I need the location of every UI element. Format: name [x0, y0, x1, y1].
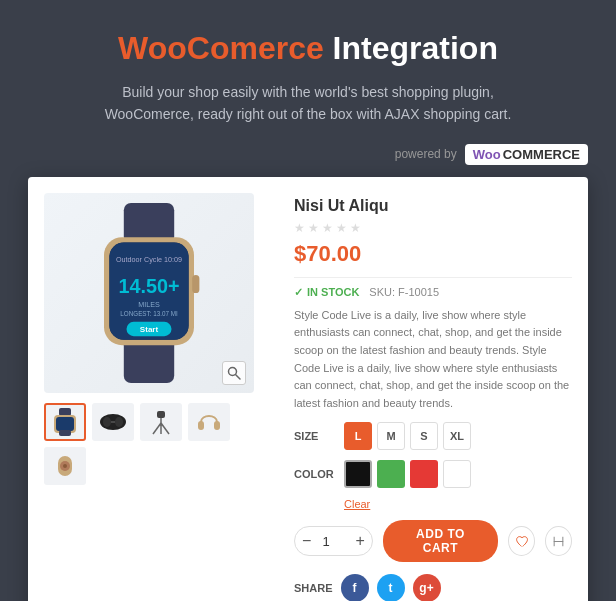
page-subtitle: Build your shop easily with the world's …	[98, 81, 518, 126]
compare-button[interactable]	[545, 526, 572, 556]
twitter-share-button[interactable]: t	[377, 574, 405, 601]
color-row: COLOR	[294, 460, 572, 488]
check-icon: ✓	[294, 286, 303, 299]
star-rating: ★ ★ ★ ★ ★	[294, 221, 572, 233]
quantity-control: − +	[294, 526, 373, 556]
badge-woo-text: Woo	[473, 147, 501, 162]
thumbnail-2[interactable]	[92, 403, 134, 441]
qty-cart-row: − + Add To Cart	[294, 520, 572, 562]
title-woo: WooComerce	[118, 30, 324, 66]
svg-rect-16	[56, 417, 74, 431]
svg-rect-27	[198, 421, 204, 430]
sku-label: SKU:	[369, 286, 395, 298]
product-name: Nisi Ut Aliqu	[294, 197, 572, 215]
color-label: COLOR	[294, 468, 332, 480]
divider-1	[294, 277, 572, 278]
thumbnail-5[interactable]	[44, 447, 86, 485]
svg-rect-22	[157, 411, 165, 418]
add-to-cart-button[interactable]: Add To Cart	[383, 520, 498, 562]
qty-minus-button[interactable]: −	[295, 527, 319, 555]
svg-rect-11	[192, 275, 199, 293]
size-label: SIZE	[294, 430, 332, 442]
size-S[interactable]: S	[410, 422, 438, 450]
powered-by-section: powered by WooCOMMERCE	[28, 144, 588, 165]
main-product-image: Outdoor Cycle 10:09 14.50+ MILES LONGEST…	[44, 193, 254, 393]
thumbnail-strip	[44, 403, 274, 485]
product-price: $70.00	[294, 241, 572, 267]
page-title: WooComerce Integration	[118, 30, 498, 67]
size-row: SIZE L M S XL	[294, 422, 572, 450]
product-card: Outdoor Cycle 10:09 14.50+ MILES LONGEST…	[28, 177, 588, 601]
product-image-section: Outdoor Cycle 10:09 14.50+ MILES LONGEST…	[44, 193, 274, 601]
color-white[interactable]	[443, 460, 471, 488]
title-rest: Integration	[333, 30, 498, 66]
powered-by-label: powered by	[395, 147, 457, 161]
svg-line-13	[236, 374, 241, 379]
product-details: Nisi Ut Aliqu ★ ★ ★ ★ ★ $70.00 ✓ IN STOC…	[294, 193, 572, 601]
star-5: ★	[350, 221, 362, 233]
woo-commerce-badge: WooCOMMERCE	[465, 144, 588, 165]
qty-plus-button[interactable]: +	[349, 527, 373, 555]
size-M[interactable]: M	[377, 422, 405, 450]
product-description: Style Code Live is a daily, live show wh…	[294, 307, 572, 413]
svg-rect-28	[214, 421, 220, 430]
wishlist-button[interactable]	[508, 526, 535, 556]
stock-status: ✓ IN STOCK	[294, 286, 359, 299]
star-3: ★	[322, 221, 334, 233]
star-2: ★	[308, 221, 320, 233]
clear-color-link[interactable]: Clear	[344, 498, 572, 510]
zoom-icon[interactable]	[222, 361, 246, 385]
svg-line-25	[161, 423, 169, 434]
color-options	[344, 460, 471, 488]
thumbnail-1[interactable]	[44, 403, 86, 441]
svg-point-20	[115, 417, 123, 427]
svg-text:Outdoor Cycle 10:09: Outdoor Cycle 10:09	[116, 254, 182, 263]
size-options: L M S XL	[344, 422, 471, 450]
watch-svg: Outdoor Cycle 10:09 14.50+ MILES LONGEST…	[69, 203, 229, 383]
share-label: SHARE	[294, 582, 333, 594]
thumbnail-3[interactable]	[140, 403, 182, 441]
size-XL[interactable]: XL	[443, 422, 471, 450]
stock-sku-row: ✓ IN STOCK SKU: F-10015	[294, 286, 572, 299]
product-main-section: Outdoor Cycle 10:09 14.50+ MILES LONGEST…	[28, 177, 588, 601]
svg-text:14.50+: 14.50+	[118, 275, 179, 297]
stock-text: IN STOCK	[307, 286, 359, 298]
thumbnail-4[interactable]	[188, 403, 230, 441]
facebook-share-button[interactable]: f	[341, 574, 369, 601]
share-row: SHARE f t g+	[294, 574, 572, 601]
sku-value: F-10015	[398, 286, 439, 298]
svg-rect-17	[59, 430, 71, 436]
svg-text:MILES: MILES	[138, 299, 160, 308]
svg-point-19	[103, 417, 111, 427]
color-black[interactable]	[344, 460, 372, 488]
color-red[interactable]	[410, 460, 438, 488]
star-1: ★	[294, 221, 306, 233]
svg-rect-14	[59, 408, 71, 416]
quantity-input[interactable]	[319, 534, 349, 549]
svg-text:LONGEST: 13.07 MI: LONGEST: 13.07 MI	[120, 310, 178, 317]
svg-line-24	[153, 423, 161, 434]
svg-point-31	[63, 464, 67, 468]
size-L[interactable]: L	[344, 422, 372, 450]
star-4: ★	[336, 221, 348, 233]
sku-section: SKU: F-10015	[369, 286, 439, 298]
color-green[interactable]	[377, 460, 405, 488]
badge-commerce-text: COMMERCE	[503, 147, 580, 162]
svg-text:Start: Start	[140, 324, 159, 333]
googleplus-share-button[interactable]: g+	[413, 574, 441, 601]
